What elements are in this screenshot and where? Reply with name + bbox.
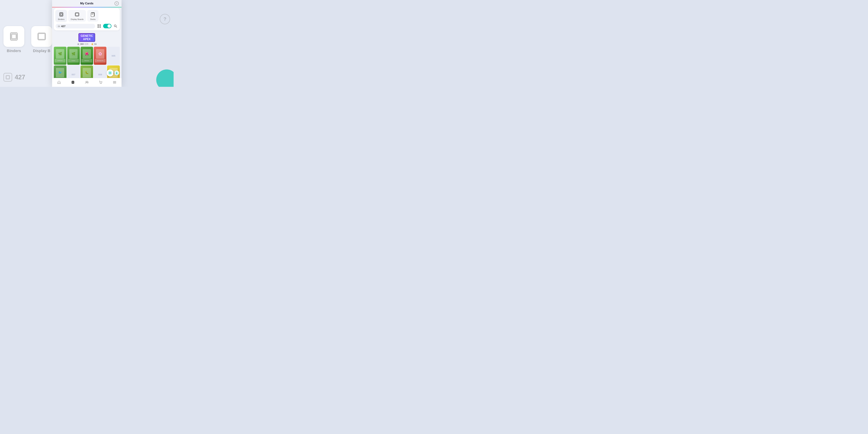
nav-menu[interactable] — [111, 80, 118, 85]
card-count-number: 427 — [61, 25, 65, 28]
fab-area — [106, 69, 119, 76]
card-slot-003[interactable]: 🌺 Venusaur — [81, 47, 93, 65]
tab-display-boards[interactable]: Display Boards — [68, 10, 86, 22]
svg-point-33 — [87, 81, 88, 83]
svg-rect-3 — [38, 33, 45, 40]
community-icon — [85, 80, 89, 84]
header: My Cards ? — [52, 0, 122, 7]
bg-help-circle: ? — [160, 14, 170, 24]
page-title: My Cards — [80, 2, 94, 5]
bg-display-boards: Display B — [31, 26, 52, 53]
card-slot-008[interactable]: 🐛 Weedle — [81, 65, 93, 78]
bg-help-q: ? — [163, 16, 166, 22]
menu-icon — [113, 80, 117, 84]
svg-rect-27 — [110, 73, 111, 74]
card-slot-001[interactable]: 🌿 Bulbasaur — [54, 47, 66, 65]
gradient-bar — [52, 7, 122, 7]
tab-decks-label: Decks — [90, 18, 96, 20]
shop-icon — [99, 80, 103, 84]
card-venusaur: 🌺 Venusaur — [81, 47, 93, 65]
decks-tab-icon — [90, 11, 96, 18]
nav-home[interactable] — [56, 80, 62, 85]
bottom-nav — [52, 78, 122, 87]
nav-community[interactable] — [83, 80, 90, 85]
card-slot-007: 007 — [67, 65, 80, 78]
set-name: GENETIC APEX — [79, 33, 95, 42]
home-icon — [57, 80, 61, 84]
tab-binders-label: Binders — [58, 18, 64, 20]
display-boards-tab-icon — [74, 11, 80, 18]
help-button[interactable]: ? — [115, 1, 119, 5]
bg-display-label: Display B — [33, 49, 50, 53]
tab-display-label: Display Boards — [71, 18, 84, 20]
set-header: GENETIC APEX 163 /226 11 — [54, 31, 120, 47]
binders-tab-icon — [58, 11, 64, 18]
star-count: 11 — [91, 43, 96, 45]
collection-progress: 163 /226 — [77, 43, 88, 45]
card-slot-006[interactable]: 🐦 Pidgey — [54, 65, 66, 78]
bg-binders-label: Binders — [7, 49, 21, 53]
svg-rect-16 — [98, 25, 99, 26]
svg-rect-17 — [99, 25, 101, 26]
svg-line-21 — [116, 27, 117, 28]
svg-point-34 — [100, 83, 101, 84]
card-weedle: 🐛 Weedle — [81, 65, 93, 78]
tabs-row: Binders Display Boards — [56, 10, 118, 22]
svg-point-32 — [86, 81, 87, 83]
svg-rect-6 — [6, 76, 9, 79]
svg-rect-18 — [98, 26, 99, 28]
help-icon: ? — [116, 2, 117, 5]
tab-binders[interactable]: Binders — [56, 10, 67, 22]
bg-teal-circle — [156, 69, 174, 87]
set-logo: GENETIC APEX — [79, 33, 95, 42]
download-fab-button[interactable] — [114, 70, 119, 75]
tab-decks[interactable]: Decks — [87, 10, 98, 22]
card-slot-002[interactable]: 🌿 Ivysaur — [67, 47, 80, 65]
svg-marker-23 — [91, 43, 93, 45]
svg-rect-13 — [91, 13, 94, 17]
tabs-container: Binders Display Boards — [54, 8, 120, 30]
svg-rect-19 — [99, 26, 101, 28]
svg-rect-11 — [76, 13, 79, 16]
svg-rect-24 — [109, 72, 110, 73]
svg-marker-22 — [77, 43, 79, 45]
svg-rect-4 — [38, 34, 45, 39]
card-count-display: 🗂 427 — [56, 24, 95, 28]
set-stats: 163 /226 11 — [77, 43, 97, 45]
total-count: /226 — [84, 43, 88, 45]
card-slot-009: 009 — [94, 65, 106, 78]
card-count-icon: 🗂 — [58, 25, 60, 27]
svg-rect-26 — [109, 73, 110, 74]
card-slot-004[interactable]: 🌸 Venusaur EX — [94, 47, 106, 65]
grid-settings-button[interactable] — [96, 24, 102, 29]
svg-rect-25 — [110, 72, 111, 73]
svg-rect-2 — [12, 34, 16, 38]
card-info: Bulbasaur — [55, 59, 65, 62]
nav-cards[interactable] — [69, 80, 76, 85]
toggle-container — [103, 24, 112, 28]
toggle-knob — [107, 24, 111, 28]
nav-shop[interactable] — [97, 80, 104, 85]
card-image: 🌿 — [56, 49, 64, 59]
star-count-num: 11 — [94, 43, 96, 45]
filter-bar: 🗂 427 — [56, 24, 118, 29]
card-bulbasaur: 🌿 Bulbasaur — [54, 47, 66, 65]
card-venusaur-ex: 🌸 Venusaur EX — [94, 47, 106, 65]
svg-point-35 — [101, 83, 102, 84]
svg-rect-15 — [92, 14, 93, 14]
bg-binders: Binders — [3, 26, 24, 53]
collected-count: 163 — [80, 43, 84, 45]
card-slot-005: 005 — [107, 47, 120, 65]
search-button[interactable] — [113, 24, 118, 29]
svg-rect-31 — [72, 81, 74, 83]
cards-icon — [71, 80, 75, 84]
view-toggle[interactable] — [103, 24, 112, 28]
svg-rect-9 — [61, 13, 62, 15]
bg-bottom-count: 427 — [3, 73, 25, 82]
bg-count-text: 427 — [15, 73, 25, 81]
scan-fab-button[interactable] — [106, 69, 114, 76]
card-ivysaur: 🌿 Ivysaur — [67, 47, 80, 65]
main-panel: My Cards ? Binders — [52, 0, 122, 87]
card-pidgey: 🐦 Pidgey — [54, 65, 66, 78]
svg-rect-14 — [92, 13, 94, 14]
